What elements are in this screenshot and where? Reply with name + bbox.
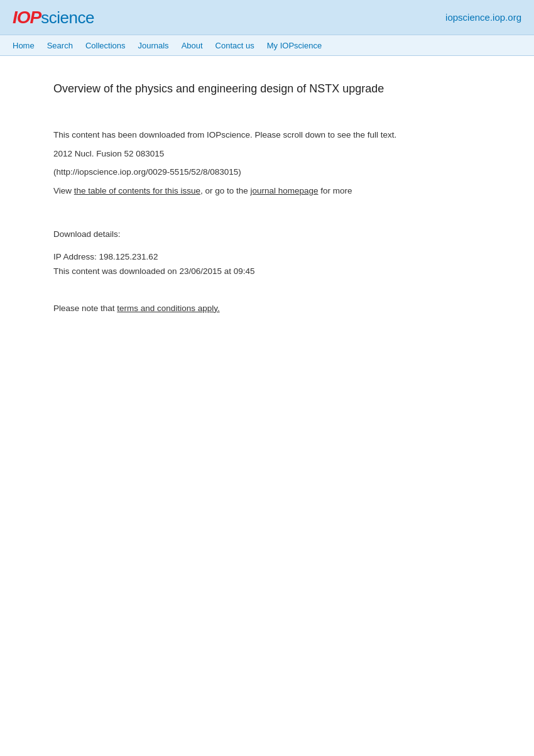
terms-text-before: Please note that (53, 304, 117, 313)
header-url-link[interactable]: iopscience.iop.org (445, 12, 521, 23)
article-url: (http://iopscience.iop.org/0029-5515/52/… (53, 165, 506, 179)
download-section: Download details: IP Address: 198.125.23… (53, 229, 506, 278)
nav-contact[interactable]: Contact us (209, 36, 261, 55)
download-date: This content was downloaded on 23/06/201… (53, 265, 506, 278)
journal-homepage-link[interactable]: journal homepage (250, 186, 318, 195)
terms-text: Please note that terms and conditions ap… (53, 304, 506, 313)
logo-link[interactable]: IOPscience (13, 8, 94, 28)
download-notice: This content has been downloaded from IO… (53, 128, 506, 142)
download-title: Download details: (53, 229, 506, 239)
nav-my-iopscience[interactable]: My IOPscience (261, 36, 328, 55)
toc-link[interactable]: the table of contents for this issue (74, 186, 200, 195)
citation: 2012 Nucl. Fusion 52 083015 (53, 147, 506, 161)
view-text-middle: , or go to the (200, 186, 251, 195)
main-content: Overview of the physics and engineering … (16, 56, 518, 338)
logo-science: science (41, 8, 94, 28)
nav-journals[interactable]: Journals (131, 36, 175, 55)
view-text-before: View (53, 186, 74, 195)
terms-section: Please note that terms and conditions ap… (53, 304, 506, 313)
nav-about[interactable]: About (175, 36, 209, 55)
content-section: This content has been downloaded from IO… (53, 128, 506, 197)
page-header: IOPscience iopscience.iop.org (0, 0, 534, 35)
download-info: IP Address: 198.125.231.62 This content … (53, 250, 506, 278)
article-title: Overview of the physics and engineering … (53, 81, 506, 97)
ip-address: IP Address: 198.125.231.62 (53, 250, 506, 264)
view-links-text: View the table of contents for this issu… (53, 184, 506, 198)
main-navbar: Home Search Collections Journals About C… (0, 35, 534, 56)
view-text-after: for more (319, 186, 352, 195)
nav-home[interactable]: Home (6, 36, 41, 55)
terms-link[interactable]: terms and conditions apply. (117, 304, 219, 313)
logo-iop: IOP (13, 8, 41, 28)
nav-collections[interactable]: Collections (79, 36, 132, 55)
nav-search[interactable]: Search (41, 36, 79, 55)
